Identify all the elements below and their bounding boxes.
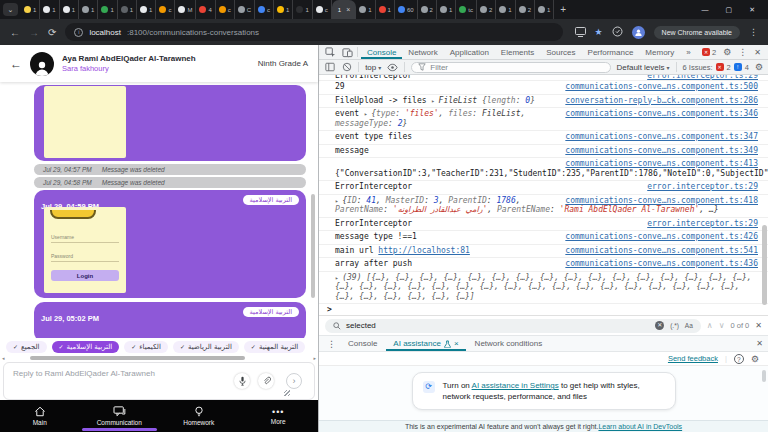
close-window-button[interactable]: ✕: [749, 6, 755, 14]
browser-tab[interactable]: 1: [60, 0, 79, 19]
console-source-link[interactable]: communications-conve…ns.component.ts:436: [565, 259, 758, 269]
browser-tab[interactable]: c: [216, 0, 235, 19]
forward-button[interactable]: →: [29, 27, 39, 38]
console-inline-link[interactable]: http://localhost:81: [378, 246, 470, 255]
browser-tab[interactable]: C: [235, 0, 255, 19]
nav-communication[interactable]: Communication: [80, 400, 160, 432]
back-button[interactable]: ←: [10, 27, 20, 38]
drawer-menu-icon[interactable]: ⋮: [324, 339, 339, 349]
console-scrollbar[interactable]: [762, 225, 767, 305]
console-source-link[interactable]: error.interceptor.ts:29: [647, 219, 758, 229]
error-count-badge[interactable]: ✕ 2: [702, 48, 716, 57]
browser-tab[interactable]: 1: [293, 0, 312, 19]
expand-arrow-icon[interactable]: ▸: [431, 97, 438, 104]
drawer-tab-network-conditions[interactable]: Network conditions: [468, 336, 550, 351]
browser-tab[interactable]: 2: [418, 0, 437, 19]
reload-button[interactable]: ⟳: [48, 27, 56, 38]
login-button[interactable]: Login: [51, 270, 119, 281]
browser-tab[interactable]: 1: [21, 0, 40, 19]
profile-avatar[interactable]: [632, 26, 645, 39]
subject-chip[interactable]: ✓الكيمياء: [124, 341, 168, 353]
browser-tab[interactable]: c: [156, 0, 175, 19]
browser-tab[interactable]: 4: [196, 0, 215, 19]
close-drawer-tab-icon[interactable]: ×: [454, 339, 459, 348]
attachment-icon[interactable]: [258, 373, 274, 389]
browser-tab[interactable]: 1: [535, 0, 554, 19]
browser-tab-active[interactable]: 1×: [332, 0, 356, 19]
microphone-icon[interactable]: [234, 373, 250, 389]
nav-more[interactable]: ••• More: [239, 400, 319, 432]
browser-tab[interactable]: 1: [118, 0, 137, 19]
bookmark-star-icon[interactable]: ★: [595, 27, 603, 37]
browser-tab[interactable]: 1: [376, 0, 395, 19]
browser-tab[interactable]: 1: [437, 0, 456, 19]
send-feedback-link[interactable]: Send feedback: [668, 354, 718, 363]
context-selector[interactable]: top▾: [365, 63, 381, 72]
scrollbar-thumb[interactable]: [30, 356, 245, 360]
browser-tab[interactable]: tc: [456, 0, 477, 19]
message-bubble-login-card[interactable]: Jul 29, 04:59 PM التربية الإسلامية Usern…: [34, 190, 306, 298]
browser-tab[interactable]: c: [313, 0, 332, 19]
browser-menu-icon[interactable]: ⋮: [749, 27, 758, 37]
scroll-right-arrow[interactable]: ▸: [313, 355, 316, 362]
live-expression-eye-icon[interactable]: [387, 61, 398, 74]
message-image-attachment[interactable]: [44, 86, 126, 158]
browser-tab[interactable]: c: [255, 0, 274, 19]
app-back-button[interactable]: ←: [10, 57, 22, 71]
devtools-tab-memory[interactable]: Memory: [639, 45, 680, 59]
chips-horizontal-scrollbar[interactable]: ◂ ▸: [0, 355, 318, 362]
send-button[interactable]: ›: [286, 373, 302, 389]
browser-tab[interactable]: 1: [356, 0, 375, 19]
close-tab-icon[interactable]: ×: [346, 6, 350, 13]
help-icon[interactable]: ?: [734, 354, 744, 364]
ai-settings-link[interactable]: AI assistance in Settings: [472, 381, 559, 390]
new-tab-button[interactable]: +: [554, 4, 572, 15]
close-search-icon[interactable]: ✕: [755, 321, 762, 330]
match-case-toggle[interactable]: Aa: [685, 322, 693, 329]
devtools-settings-icon[interactable]: ⚙: [723, 47, 731, 57]
embedded-login-card[interactable]: Username Password Login: [44, 207, 126, 293]
resize-handle[interactable]: [284, 390, 290, 396]
nav-main[interactable]: Main: [0, 400, 80, 432]
subject-chip[interactable]: ✓التربية المهنية: [244, 341, 305, 353]
browser-tab[interactable]: 1: [274, 0, 293, 19]
issues-counter[interactable]: 6 Issues: ✕ 2 ! 4: [683, 63, 749, 72]
scroll-left-arrow[interactable]: ◂: [2, 355, 5, 362]
message-bubble-image[interactable]: [34, 85, 306, 161]
clear-console-icon[interactable]: [341, 61, 352, 74]
console-source-link[interactable]: communications-conve…ns.component.ts:349: [565, 146, 758, 156]
drawer-tab-console[interactable]: Console: [341, 336, 384, 351]
regex-toggle[interactable]: (.*): [670, 322, 679, 329]
console-source-link[interactable]: communications-conve…ns.component.ts:500: [565, 82, 758, 92]
subject-chip[interactable]: ✓الجميع: [6, 341, 47, 353]
browser-tab[interactable]: 1: [79, 0, 98, 19]
search-next-icon[interactable]: ∨: [719, 321, 725, 330]
ai-settings-icon[interactable]: ⚙: [751, 354, 759, 364]
sync-icon[interactable]: [612, 23, 623, 41]
log-levels-dropdown[interactable]: Default levels▾: [617, 63, 670, 72]
maximize-button[interactable]: ▢: [726, 6, 733, 14]
minimize-button[interactable]: —: [702, 6, 709, 14]
close-drawer-icon[interactable]: ✕: [756, 339, 763, 348]
browser-tab[interactable]: 1: [98, 0, 117, 19]
message-bubble[interactable]: Jul 29, 05:02 PM التربية الإسلامية: [34, 302, 306, 338]
subject-chip[interactable]: ✓التربية الرياضية: [173, 341, 239, 353]
console-source-link[interactable]: communications-conve…ns.component.ts:426: [565, 232, 758, 242]
console-source-link[interactable]: conversation-reply-b…ck.component.ts:286: [565, 96, 758, 106]
console-source-link[interactable]: communications-conve…ns.component.ts:346: [565, 109, 758, 119]
devtools-close-icon[interactable]: ✕: [754, 48, 761, 57]
chrome-update-button[interactable]: New Chrome available: [654, 26, 740, 39]
console-source-link[interactable]: communications-conve…ns.component.ts:347: [565, 132, 758, 142]
browser-tab[interactable]: 1: [40, 0, 59, 19]
browser-tab[interactable]: 2: [516, 0, 535, 19]
clear-search-icon[interactable]: ✕: [655, 321, 664, 330]
console-source-link[interactable]: error.interceptor.ts:29: [647, 75, 758, 81]
browser-tab[interactable]: 1: [137, 0, 156, 19]
devtools-tab-console[interactable]: Console: [361, 45, 402, 59]
subject-chip[interactable]: ✓التربية الإسلامية: [52, 341, 120, 353]
console-log[interactable]: error.interceptor.ts:29ErrorInterceptorc…: [319, 75, 768, 315]
devtools-tab-elements[interactable]: Elements: [495, 45, 540, 59]
browser-tab[interactable]: 2: [477, 0, 496, 19]
devtools-tab-application[interactable]: Application: [444, 45, 495, 59]
devtools-tab-performance[interactable]: Performance: [582, 45, 640, 59]
